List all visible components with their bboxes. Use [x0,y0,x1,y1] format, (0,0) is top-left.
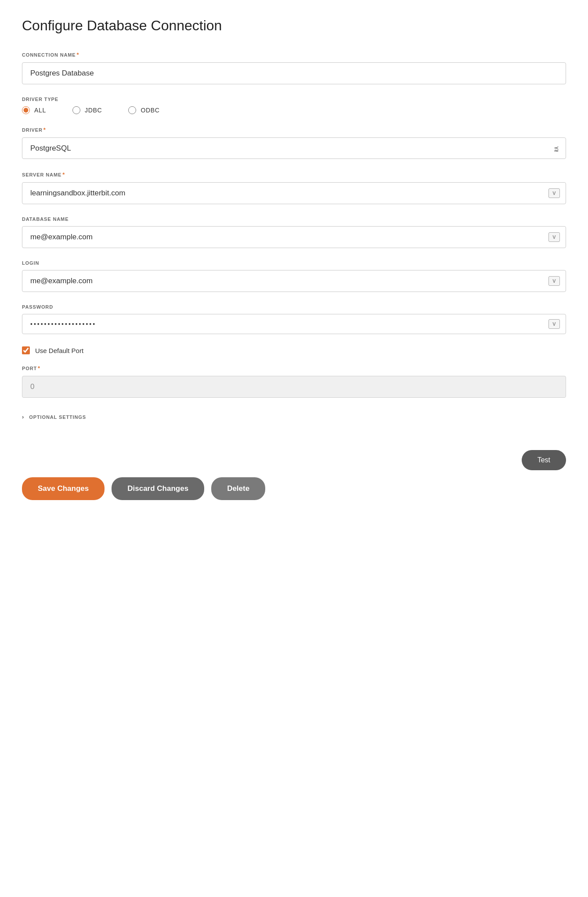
port-label: PORT* [22,365,566,371]
radio-option-odbc[interactable]: ODBC [128,106,159,114]
bottom-actions: Save Changes Discard Changes Delete [22,477,566,500]
password-input-wrapper: V [22,314,566,334]
port-field: PORT* [22,365,566,398]
login-label: LOGIN [22,260,566,266]
driver-type-label: DRIVER TYPE [22,97,566,102]
required-star-server: * [62,171,65,178]
login-field: LOGIN V [22,260,566,292]
driver-field: DRIVER* PostgreSQL MySQL Oracle SQL Serv… [22,126,566,159]
connection-name-label: CONNECTION NAME* [22,51,566,58]
variable-icon-login[interactable]: V [548,276,560,286]
radio-odbc[interactable] [128,106,136,114]
test-button[interactable]: Test [522,450,566,470]
radio-all-label: ALL [34,107,46,114]
driver-label: DRIVER* [22,126,566,133]
required-star-port: * [38,365,40,371]
radio-option-all[interactable]: ALL [22,106,46,114]
optional-settings-row[interactable]: › OPTIONAL SETTINGS [22,410,566,424]
required-star: * [77,51,79,58]
database-name-input[interactable] [22,226,566,248]
radio-jdbc-label: JDBC [85,107,102,114]
driver-select-wrapper: PostgreSQL MySQL Oracle SQL Server SQLit… [22,137,566,159]
driver-type-options: ALL JDBC ODBC [22,106,566,114]
database-name-field: DATABASE NAME V [22,216,566,248]
page-title: Configure Database Connection [22,18,566,34]
password-field: PASSWORD V [22,304,566,334]
server-name-label: SERVER NAME* [22,171,566,178]
variable-icon-database[interactable]: V [548,232,560,242]
chevron-right-icon: › [22,414,24,420]
use-default-port-row: Use Default Port [22,346,566,354]
variable-icon-password[interactable]: V [548,319,560,329]
variable-icon-server[interactable]: V [548,188,560,198]
radio-jdbc[interactable] [72,106,80,114]
connection-name-input[interactable] [22,62,566,84]
required-star-driver: * [43,126,46,133]
port-input[interactable] [22,376,566,398]
use-default-port-checkbox[interactable] [22,346,30,354]
login-input-wrapper: V [22,270,566,292]
driver-type-field: DRIVER TYPE ALL JDBC ODBC [22,97,566,114]
radio-all[interactable] [22,106,30,114]
optional-settings-label: OPTIONAL SETTINGS [29,414,86,420]
save-changes-button[interactable]: Save Changes [22,477,105,500]
server-name-input-wrapper: V [22,182,566,204]
radio-option-jdbc[interactable]: JDBC [72,106,102,114]
delete-button[interactable]: Delete [211,477,265,500]
use-default-port-label[interactable]: Use Default Port [35,347,83,354]
server-name-field: SERVER NAME* V [22,171,566,204]
discard-changes-button[interactable]: Discard Changes [112,477,204,500]
login-input[interactable] [22,270,566,292]
database-name-input-wrapper: V [22,226,566,248]
database-name-label: DATABASE NAME [22,216,566,222]
test-button-row: Test [22,450,566,470]
password-label: PASSWORD [22,304,566,310]
server-name-input[interactable] [22,182,566,204]
driver-select[interactable]: PostgreSQL MySQL Oracle SQL Server SQLit… [22,137,566,159]
password-input[interactable] [22,314,566,334]
radio-odbc-label: ODBC [141,107,159,114]
connection-name-field: CONNECTION NAME* [22,51,566,84]
